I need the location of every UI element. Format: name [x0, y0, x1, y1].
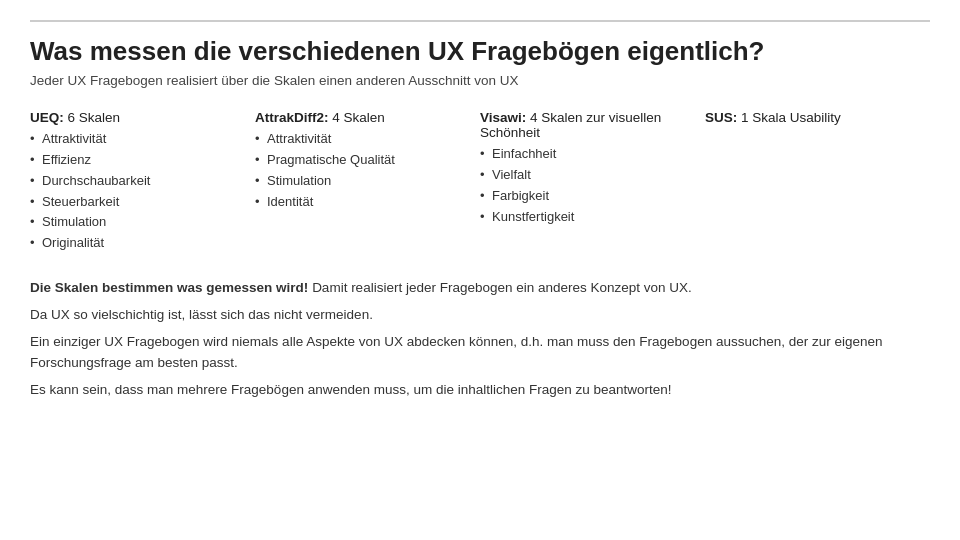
column-sus: SUS: 1 Skala Usability: [705, 110, 930, 129]
column-title-attrakdiff2: AttrakDiff2: 4 Skalen: [255, 110, 470, 125]
bottom-paragraph-3: Ein einziger UX Fragebogen wird niemals …: [30, 332, 930, 374]
regular-text-4: Es kann sein, dass man mehrere Frageböge…: [30, 382, 672, 397]
list-item: Kunstfertigkeit: [480, 207, 695, 228]
list-item: Attraktivität: [255, 129, 470, 150]
list-item: Vielfalt: [480, 165, 695, 186]
column-title-label-sus: SUS:: [705, 110, 737, 125]
column-title-ueq: UEQ: 6 Skalen: [30, 110, 245, 125]
list-item: Stimulation: [255, 171, 470, 192]
bottom-text-section: Die Skalen bestimmen was gemessen wird! …: [30, 278, 930, 401]
column-title-sus: SUS: 1 Skala Usability: [705, 110, 920, 125]
page-container: Was messen die verschiedenen UX Fragebög…: [0, 0, 960, 540]
column-title-suffix-ueq: 6 Skalen: [64, 110, 120, 125]
regular-text-3: Ein einziger UX Fragebogen wird niemals …: [30, 334, 883, 370]
list-item: Durchschaubarkeit: [30, 171, 245, 192]
column-title-label-ueq: UEQ:: [30, 110, 64, 125]
bold-text-1: Die Skalen bestimmen was gemessen wird!: [30, 280, 308, 295]
main-title: Was messen die verschiedenen UX Fragebög…: [30, 36, 930, 67]
column-list-attrakdiff2: Attraktivität Pragmatische Qualität Stim…: [255, 129, 470, 212]
regular-text-2: Da UX so vielschichtig ist, lässt sich d…: [30, 307, 373, 322]
column-list-visawi: Einfachheit Vielfalt Farbigkeit Kunstfer…: [480, 144, 695, 227]
column-attrakdiff2: AttrakDiff2: 4 Skalen Attraktivität Prag…: [255, 110, 480, 212]
column-title-visawi: Visawi: 4 Skalen zur visuellen Schönheit: [480, 110, 695, 140]
regular-text-1: Damit realisiert jeder Fragebogen ein an…: [312, 280, 692, 295]
column-visawi: Visawi: 4 Skalen zur visuellen Schönheit…: [480, 110, 705, 227]
list-item: Stimulation: [30, 212, 245, 233]
bottom-paragraph-1: Die Skalen bestimmen was gemessen wird! …: [30, 278, 930, 299]
column-title-label-visawi: Visawi:: [480, 110, 526, 125]
subtitle: Jeder UX Fragebogen realisiert über die …: [30, 73, 930, 88]
list-item: Einfachheit: [480, 144, 695, 165]
column-title-suffix-attrakdiff2: 4 Skalen: [329, 110, 385, 125]
column-title-suffix-sus: 1 Skala Usability: [737, 110, 841, 125]
column-ueq: UEQ: 6 Skalen Attraktivität Effizienz Du…: [30, 110, 255, 254]
bottom-paragraph-4: Es kann sein, dass man mehrere Frageböge…: [30, 380, 930, 401]
column-title-label-attrakdiff2: AttrakDiff2:: [255, 110, 329, 125]
columns-section: UEQ: 6 Skalen Attraktivität Effizienz Du…: [30, 110, 930, 254]
column-list-ueq: Attraktivität Effizienz Durchschaubarkei…: [30, 129, 245, 254]
list-item: Steuerbarkeit: [30, 192, 245, 213]
list-item: Attraktivität: [30, 129, 245, 150]
list-item: Farbigkeit: [480, 186, 695, 207]
list-item: Pragmatische Qualität: [255, 150, 470, 171]
list-item: Originalität: [30, 233, 245, 254]
top-border: [30, 20, 930, 22]
list-item: Effizienz: [30, 150, 245, 171]
bottom-paragraph-2: Da UX so vielschichtig ist, lässt sich d…: [30, 305, 930, 326]
list-item: Identität: [255, 192, 470, 213]
